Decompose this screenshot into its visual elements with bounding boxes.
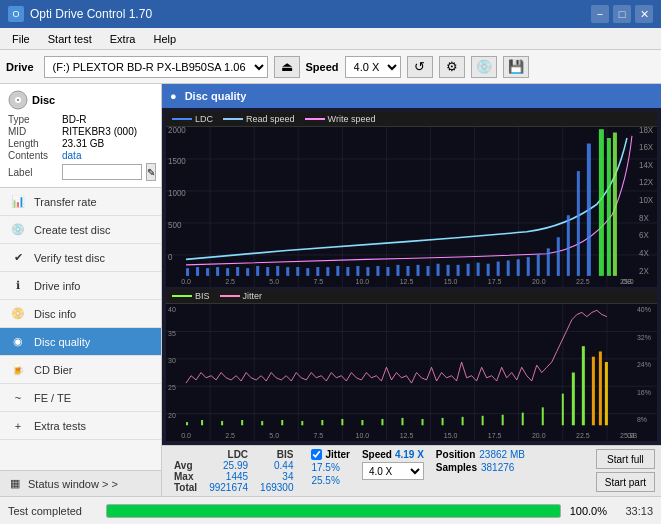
svg-text:7.5: 7.5	[313, 276, 323, 285]
nav-cd-bier[interactable]: 🍺 CD Bier	[0, 356, 161, 384]
label-edit-button[interactable]: ✎	[146, 163, 156, 181]
status-window-label: Status window > >	[28, 478, 118, 490]
charts-container: LDC Read speed Write speed	[162, 108, 661, 445]
svg-rect-52	[386, 267, 389, 276]
nav-cd-bier-label: CD Bier	[34, 364, 73, 376]
svg-text:25: 25	[168, 383, 176, 392]
legend-read-speed-label: Read speed	[246, 114, 295, 124]
close-button[interactable]: ✕	[635, 5, 653, 23]
drive-select[interactable]: (F:) PLEXTOR BD-R PX-LB950SA 1.06	[44, 56, 268, 78]
eject-button[interactable]: ⏏	[274, 56, 300, 78]
svg-text:35: 35	[168, 328, 176, 337]
speed-select-stats[interactable]: 4.0 X	[362, 462, 424, 480]
nav-extra-tests[interactable]: + Extra tests	[0, 412, 161, 440]
svg-text:8X: 8X	[639, 212, 649, 222]
max-jitter: 25.5%	[311, 475, 349, 486]
svg-rect-69	[557, 237, 560, 276]
svg-text:12X: 12X	[639, 177, 654, 187]
legend-jitter: Jitter	[220, 291, 263, 301]
svg-rect-54	[406, 266, 409, 276]
label-key: Label	[8, 167, 58, 178]
start-part-button[interactable]: Start part	[596, 472, 655, 492]
svg-rect-51	[376, 266, 379, 276]
speed-select[interactable]: 4.0 X	[345, 56, 401, 78]
nav-fe-te-label: FE / TE	[34, 392, 71, 404]
svg-rect-59	[457, 265, 460, 276]
svg-text:10.0: 10.0	[356, 276, 370, 285]
svg-text:18X: 18X	[639, 127, 654, 135]
nav-disc-quality[interactable]: ◉ Disc quality	[0, 328, 161, 356]
svg-rect-114	[201, 420, 203, 425]
save-button[interactable]: 💾	[503, 56, 529, 78]
svg-rect-38	[246, 268, 249, 276]
svg-rect-68	[547, 248, 550, 276]
svg-rect-44	[306, 268, 309, 276]
avg-speed: 4.19 X	[395, 449, 424, 460]
svg-rect-113	[186, 422, 188, 425]
svg-rect-35	[216, 267, 219, 276]
svg-rect-66	[527, 257, 530, 276]
length-key: Length	[8, 138, 58, 149]
svg-rect-71	[577, 171, 580, 276]
speed-section: Speed 4.19 X 4.0 X	[362, 449, 424, 480]
menu-file[interactable]: File	[4, 31, 38, 47]
svg-text:20.0: 20.0	[532, 276, 546, 285]
nav-disc-info[interactable]: 📀 Disc info	[0, 300, 161, 328]
content-area: ● Disc quality LDC Read speed	[162, 84, 661, 496]
stats-table: LDC BIS Avg 25.99 0.44 Max 1445	[168, 449, 299, 493]
disc-panel-title: Disc	[32, 94, 55, 106]
svg-rect-115	[221, 421, 223, 425]
menu-extra[interactable]: Extra	[102, 31, 144, 47]
menu-start-test[interactable]: Start test	[40, 31, 100, 47]
svg-rect-73	[599, 129, 604, 276]
settings-button[interactable]: ⚙	[439, 56, 465, 78]
disc-info-icon: 📀	[10, 306, 26, 322]
position-value: 23862 MB	[479, 449, 525, 460]
app-icon: O	[8, 6, 24, 22]
svg-rect-75	[613, 133, 617, 276]
nav-transfer-rate[interactable]: 📊 Transfer rate	[0, 188, 161, 216]
legend-jitter-label: Jitter	[243, 291, 263, 301]
max-label: Max	[168, 471, 203, 482]
svg-rect-34	[206, 268, 209, 276]
chart-header: ● Disc quality	[162, 84, 661, 108]
jitter-checkbox[interactable]	[311, 449, 322, 460]
nav-transfer-rate-label: Transfer rate	[34, 196, 97, 208]
svg-rect-42	[286, 267, 289, 276]
start-full-button[interactable]: Start full	[596, 449, 655, 469]
nav-drive-info[interactable]: ℹ Drive info	[0, 272, 161, 300]
contents-key: Contents	[8, 150, 58, 161]
svg-rect-47	[336, 266, 339, 276]
disc-button[interactable]: 💿	[471, 56, 497, 78]
avg-jitter: 17.5%	[311, 462, 349, 473]
status-window-button[interactable]: ▦ Status window > >	[0, 470, 161, 496]
cd-bier-icon: 🍺	[10, 362, 26, 378]
svg-rect-121	[341, 419, 343, 425]
chart-header-icon: ●	[170, 90, 177, 102]
svg-rect-126	[442, 418, 444, 425]
svg-text:24%: 24%	[637, 360, 652, 369]
svg-text:7.5: 7.5	[313, 431, 323, 440]
svg-text:32%: 32%	[637, 333, 652, 342]
svg-rect-50	[366, 267, 369, 276]
svg-text:2.5: 2.5	[225, 276, 235, 285]
svg-text:10.0: 10.0	[356, 431, 370, 440]
progress-bar-fill	[107, 505, 560, 517]
total-bis: 169300	[254, 482, 299, 493]
nav-create-test-disc[interactable]: 💿 Create test disc	[0, 216, 161, 244]
refresh-button[interactable]: ↺	[407, 56, 433, 78]
svg-rect-46	[326, 267, 329, 276]
maximize-button[interactable]: □	[613, 5, 631, 23]
nav-verify-test-disc[interactable]: ✔ Verify test disc	[0, 244, 161, 272]
label-input[interactable]	[62, 164, 142, 180]
svg-text:17.5: 17.5	[488, 276, 502, 285]
svg-rect-72	[587, 144, 591, 276]
menu-help[interactable]: Help	[145, 31, 184, 47]
minimize-button[interactable]: −	[591, 5, 609, 23]
nav-fe-te[interactable]: ~ FE / TE	[0, 384, 161, 412]
svg-rect-129	[502, 415, 504, 426]
legend-ldc: LDC	[172, 114, 213, 124]
col-bis: BIS	[254, 449, 299, 460]
svg-rect-117	[261, 421, 263, 425]
nav-create-test-disc-label: Create test disc	[34, 224, 110, 236]
